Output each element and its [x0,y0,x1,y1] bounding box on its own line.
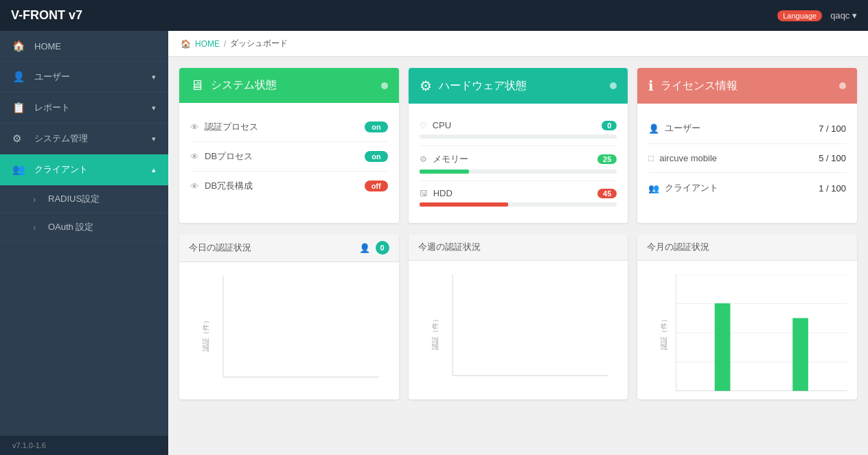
user-icon: 👤 [12,71,27,83]
report-icon: 📋 [12,102,27,114]
db-process-badge: on [365,151,387,162]
breadcrumb-home-link[interactable]: HOME [195,39,220,49]
heart-icon: ♡ [420,121,427,130]
chevron-down-icon: ▾ [152,135,156,143]
sidebar-item-reports[interactable]: 📋 レポート ▾ [0,93,168,124]
sidebar-item-home[interactable]: 🏠 HOME [0,31,168,62]
auth-today-title: 今日の認証状況 [189,242,354,254]
status-dot [610,82,617,89]
auth-cards-row: 今日の認証状況 👤 0 認証（件） 今週の [179,234,857,399]
sidebar-item-oauth[interactable]: › OAuth 設定 [0,213,168,242]
auth-month-chart: 400 300 200 100 [676,275,847,391]
system-status-card: 🖥 システム状態 👁 認証プロセス on 👁 DBプロセス on [179,68,399,223]
license-client-value: 1 / 100 [819,183,846,194]
chevron-down-icon: ▾ [152,73,156,82]
memory-row-header: ⚙ メモリー 25 [420,153,617,165]
db-redundancy-row: 👁 DB冗長構成 off [190,172,388,200]
home-icon: 🏠 [12,40,27,52]
svg-rect-13 [715,303,731,391]
auth-process-label: 認証プロセス [205,121,365,133]
db-redundancy-badge: off [365,180,388,191]
license-users-label: ユーザー [665,122,819,135]
license-users-row: 👤 ユーザー 7 / 100 [648,113,846,144]
db-process-row: 👁 DBプロセス on [190,142,388,172]
eye-icon: 👁 [190,122,199,132]
eye-icon: 👁 [190,181,199,191]
hdd-label: HDD [433,188,597,198]
hardware-status-card: ⚙ ハードウェア状態 ♡ CPU 0 [409,68,628,223]
sidebar-item-label: クライアント [34,163,152,176]
system-status-body: 👁 認証プロセス on 👁 DBプロセス on 👁 DB冗長構成 off [179,103,399,210]
auth-today-card: 今日の認証状況 👤 0 認証（件） [179,234,399,399]
svg-rect-14 [793,318,809,391]
cpu-row: ♡ CPU 0 [420,113,617,146]
auth-today-axis-label: 認証（件） [201,317,211,351]
sidebar: 🏠 HOME 👤 ユーザー ▾ 📋 レポート ▾ ⚙ システム管理 ▾ 👥 クラ… [0,31,168,455]
auth-month-body: 認証（件） 400 300 200 100 [637,261,857,398]
auth-today-body: 認証（件） [179,262,399,399]
hdd-row-header: 🖫 HDD 45 [420,188,617,198]
license-mobile-row: □ aircuve mobile 5 / 100 [648,144,846,173]
cpu-label: CPU [433,120,602,130]
auth-week-header: 今週の認証状況 [409,234,628,261]
sidebar-item-client[interactable]: 👥 クライアント ▴ [0,154,168,185]
license-body: 👤 ユーザー 7 / 100 □ aircuve mobile 5 / 100 … [637,104,857,213]
license-card-header: ℹ ライセンス情報 [637,68,857,104]
db-redundancy-label: DB冗長構成 [205,180,365,192]
breadcrumb-home-icon: 🏠 [181,39,191,49]
gear-icon: ⚙ [12,132,27,145]
auth-today-badge: 0 [376,241,389,255]
auth-week-body: 認証（件） [409,261,628,398]
sidebar-item-label: レポート [34,102,152,114]
eye-icon: 👁 [190,152,199,162]
mobile-icon: □ [648,153,654,163]
auth-month-title: 今月の認証状況 [647,241,847,253]
license-mobile-value: 5 / 100 [819,153,846,163]
auth-process-row: 👁 認証プロセス on [190,113,388,142]
auth-month-axis-label: 認証（件） [659,316,669,350]
arrow-right-icon: › [33,194,43,205]
sidebar-item-radius[interactable]: › RADIUS設定 [0,185,168,213]
status-dot [839,82,846,89]
header-right: Language qaqc ▾ [777,10,857,21]
language-button[interactable]: Language [777,10,822,21]
hdd-progress-bg [420,202,617,207]
system-status-title: システム状態 [211,78,374,93]
auth-week-title: 今週の認証状況 [418,241,619,253]
user-icon: 👤 [648,124,659,134]
license-client-label: クライアント [665,182,819,194]
hdd-row: 🖫 HDD 45 [420,181,617,213]
version-label: v7.1.0-1.6 [0,436,168,455]
auth-today-header: 今日の認証状況 👤 0 [179,234,399,262]
top-cards-row: 🖥 システム状態 👁 認証プロセス on 👁 DBプロセス on [179,68,857,223]
gear-icon: ⚙ [420,78,432,94]
app-logo: V-FRONT v7 [11,8,777,23]
cpu-row-header: ♡ CPU 0 [420,120,617,130]
status-dot [381,82,388,89]
sidebar-item-users[interactable]: 👤 ユーザー ▾ [0,62,168,93]
sidebar-item-label: システム管理 [34,132,152,145]
system-status-card-header: 🖥 システム状態 [179,68,399,103]
hdd-icon: 🖫 [420,189,428,198]
license-title: ライセンス情報 [661,79,832,93]
clients-icon: 👥 [12,163,27,176]
chevron-down-icon: ▾ [152,104,156,113]
hdd-progress-fill [420,202,508,207]
app-header: V-FRONT v7 Language qaqc ▾ [0,0,868,31]
memory-label: メモリー [433,153,597,165]
license-users-value: 7 / 100 [819,124,846,134]
sidebar-item-label: ユーザー [34,71,152,83]
auth-month-card: 今月の認証状況 認証（件） 400 [637,234,857,399]
sidebar-item-sysadmin[interactable]: ⚙ システム管理 ▾ [0,124,168,154]
breadcrumb-separator: / [224,39,226,49]
person-icon: 👤 [359,243,370,253]
clients-icon: 👥 [648,183,659,194]
sidebar-sub-label: OAuth 設定 [48,221,93,233]
user-menu[interactable]: qaqc ▾ [830,10,857,21]
auth-week-card: 今週の認証状況 認証（件） [409,234,628,399]
memory-progress-fill [420,170,469,174]
breadcrumb-current: ダッシュボード [230,38,288,49]
hdd-value-badge: 45 [597,189,617,198]
memory-value-badge: 25 [597,154,617,164]
auth-today-chart [213,276,389,393]
